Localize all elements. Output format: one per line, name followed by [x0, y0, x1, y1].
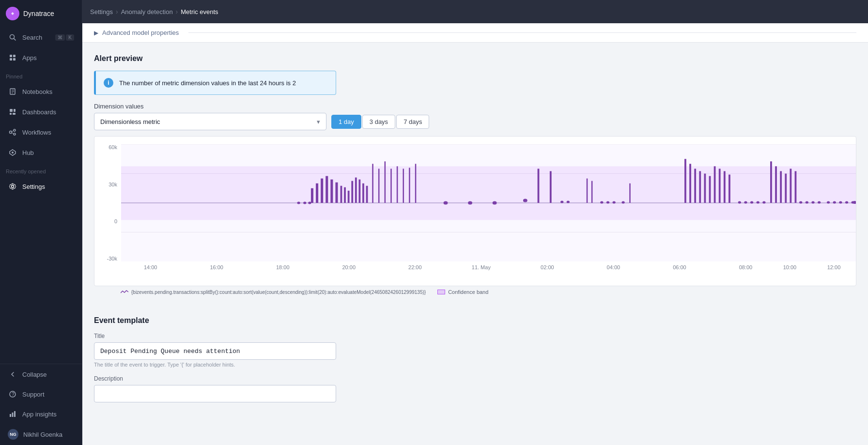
breadcrumb-settings[interactable]: Settings	[90, 8, 113, 15]
svg-rect-79	[714, 166, 716, 203]
chart-legend: {bizevents.pending.transactions:splitBy(…	[94, 286, 856, 297]
svg-rect-89	[775, 166, 777, 203]
chart-svg	[121, 144, 856, 261]
user-label: Nikhil Goenka	[23, 431, 62, 438]
svg-point-69	[606, 201, 609, 203]
legend-metric: {bizevents.pending.transactions:splitBy(…	[121, 290, 426, 295]
svg-line-18	[12, 131, 14, 132]
sidebar-bottom: Collapse ? Support App insights NG	[0, 364, 82, 445]
svg-rect-5	[10, 58, 12, 61]
svg-point-15	[10, 131, 12, 134]
sidebar-item-hub[interactable]: Hub	[2, 143, 80, 162]
svg-rect-92	[790, 169, 791, 203]
svg-point-101	[845, 201, 848, 203]
svg-rect-39	[341, 186, 342, 203]
svg-rect-13	[10, 113, 12, 115]
svg-rect-27	[14, 411, 16, 417]
svg-rect-48	[378, 169, 380, 203]
alert-preview-title: Alert preview	[94, 54, 856, 63]
advanced-model-row[interactable]: ▶ Advanced model properties	[82, 23, 868, 43]
sidebar-item-apps[interactable]: Apps	[2, 48, 80, 67]
sidebar-item-user[interactable]: NG Nikhil Goenka	[2, 424, 80, 445]
svg-rect-45	[362, 184, 364, 203]
svg-rect-66	[587, 179, 588, 203]
collapse-label: Collapse	[22, 371, 47, 378]
svg-point-70	[612, 201, 615, 203]
sidebar-item-workflows[interactable]: Workflows	[2, 123, 80, 142]
sidebar-item-dashboards[interactable]: Dashboards	[2, 102, 80, 122]
legend-band-box	[437, 290, 445, 294]
x-label-2200: 22:00	[408, 264, 422, 270]
chart-x-axis: 14:00 16:00 18:00 20:00 22:00 11. May 02…	[121, 262, 856, 284]
svg-point-71	[621, 201, 624, 203]
sidebar-item-support[interactable]: ? Support	[2, 384, 80, 404]
content-inner: Alert preview i The number of metric dim…	[82, 43, 868, 437]
dimension-controls: Dimensionless metric ▾ 1 day 3 days 7 da…	[94, 113, 856, 130]
svg-rect-72	[629, 184, 631, 203]
sidebar-item-settings[interactable]: Settings	[2, 177, 80, 196]
svg-rect-53	[409, 168, 410, 203]
sidebar-logo[interactable]: Dynatrace	[0, 0, 82, 27]
hub-icon	[8, 148, 17, 157]
breadcrumb-anomaly[interactable]: Anomaly detection	[121, 8, 173, 15]
x-label-2000: 20:00	[342, 264, 356, 270]
svg-rect-75	[694, 169, 696, 203]
notebooks-label: Notebooks	[22, 88, 52, 95]
legend-band-label: Confidence band	[448, 289, 488, 295]
sidebar-item-app-insights[interactable]: App insights	[2, 404, 80, 424]
recently-opened-label: Recently opened	[0, 163, 82, 176]
svg-rect-35	[321, 179, 323, 203]
svg-rect-14	[13, 113, 16, 115]
svg-point-55	[444, 201, 448, 204]
info-banner: i The number of metric dimension values …	[94, 71, 336, 95]
svg-rect-63	[550, 171, 552, 203]
svg-rect-81	[724, 171, 726, 203]
svg-rect-3	[10, 55, 12, 57]
title-input[interactable]	[94, 342, 336, 360]
dashboards-icon	[8, 107, 17, 117]
svg-rect-88	[770, 161, 772, 203]
time-btn-7days[interactable]: 7 days	[396, 115, 429, 129]
notebooks-icon	[8, 87, 17, 96]
dynatrace-logo-icon	[6, 7, 19, 20]
svg-rect-73	[684, 159, 686, 203]
event-template-section: Event template Title The title of the ev…	[94, 305, 856, 418]
breadcrumb-metric-events[interactable]: Metric events	[181, 8, 218, 15]
dimension-values-label: Dimension values	[94, 103, 856, 110]
sidebar-item-collapse[interactable]: Collapse	[2, 365, 80, 384]
svg-rect-91	[785, 174, 787, 203]
x-label-1400: 14:00	[144, 264, 157, 270]
sidebar-item-search[interactable]: Search ⌘ K	[2, 28, 80, 47]
svg-rect-26	[12, 413, 14, 417]
sidebar-logo-text: Dynatrace	[23, 10, 54, 17]
search-label: Search	[22, 34, 42, 41]
svg-rect-43	[355, 178, 357, 203]
svg-rect-33	[311, 188, 313, 203]
workflows-label: Workflows	[22, 129, 51, 136]
svg-point-17	[14, 133, 16, 135]
x-label-11may: 11. May	[472, 264, 491, 270]
svg-rect-54	[415, 164, 417, 203]
time-btn-1day[interactable]: 1 day	[331, 115, 361, 129]
svg-point-64	[560, 200, 563, 203]
description-input[interactable]	[94, 385, 336, 402]
svg-rect-42	[351, 181, 353, 203]
svg-rect-77	[704, 174, 706, 203]
svg-point-22	[12, 185, 14, 188]
app-insights-label: App insights	[22, 411, 57, 418]
svg-rect-67	[591, 181, 593, 203]
topbar: Settings › Anomaly detection › Metric ev…	[82, 0, 868, 23]
time-btn-3days[interactable]: 3 days	[362, 115, 395, 129]
sidebar-item-notebooks[interactable]: Notebooks	[2, 82, 80, 101]
svg-point-97	[818, 201, 821, 203]
breadcrumb: Settings › Anomaly detection › Metric ev…	[90, 8, 218, 15]
description-label: Description	[94, 375, 856, 382]
app-insights-icon	[8, 409, 17, 419]
alert-preview-section: Alert preview i The number of metric dim…	[94, 43, 856, 305]
dimension-select[interactable]: Dimensionless metric ▾	[94, 113, 326, 130]
svg-rect-41	[348, 191, 350, 203]
dashboards-label: Dashboards	[22, 108, 56, 116]
svg-rect-34	[316, 184, 318, 203]
svg-rect-93	[795, 171, 797, 203]
info-message: The number of metric dimension values in…	[119, 79, 296, 87]
